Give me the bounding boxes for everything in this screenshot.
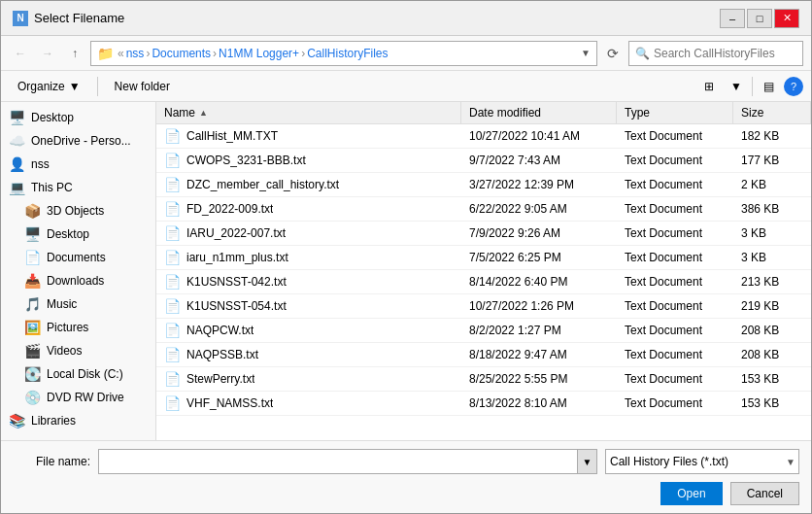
table-row[interactable]: 📄 K1USNSST-042.txt 8/14/2022 6:40 PM Tex… [156,270,811,294]
maximize-button[interactable]: □ [747,9,772,28]
col-type-header[interactable]: Type [617,102,733,123]
col-name-header[interactable]: Name ▲ [156,102,461,123]
filename-dropdown-button[interactable]: ▼ [577,450,596,473]
view-options-button[interactable]: ⊞ [697,75,721,98]
file-name: CWOPS_3231-BBB.txt [186,154,306,167]
table-row[interactable]: 📄 NAQPCW.txt 8/2/2022 1:27 PM Text Docum… [156,319,811,343]
breadcrumb[interactable]: 📁 « nss › Documents › N1MM Logger+ › Cal… [90,41,597,66]
sidebar-item-nss[interactable]: 👤nss [1,153,155,176]
file-icon: 📄 [164,153,181,168]
table-row[interactable]: 📄 iaru_n1mm_plus.txt 7/5/2022 6:25 PM Te… [156,246,811,270]
file-icon: 📄 [164,177,181,192]
sidebar-label-desktop2: Desktop [47,227,89,241]
file-date-cell: 7/5/2022 6:25 PM [461,246,617,269]
sidebar-item-desktop[interactable]: 🖥️Desktop [1,106,155,129]
sidebar-icon-videos: 🎬 [24,343,41,359]
table-row[interactable]: 📄 IARU_2022-007.txt 7/9/2022 9:26 AM Tex… [156,222,811,246]
sidebar-item-3d-objects[interactable]: 📦3D Objects [1,199,155,223]
open-button[interactable]: Open [660,482,722,505]
back-button[interactable]: ← [9,42,32,65]
view-dropdown-button[interactable]: ▼ [725,75,748,98]
search-box[interactable]: 🔍 [628,41,803,66]
preview-pane-button[interactable]: ▤ [757,75,780,98]
refresh-button[interactable]: ⟳ [601,42,625,65]
sidebar-item-this-pc[interactable]: 💻This PC [1,176,155,199]
sidebar-icon-documents: 📄 [24,250,41,265]
sidebar: 🖥️Desktop☁️OneDrive - Perso...👤nss💻This … [1,102,156,440]
cancel-button[interactable]: Cancel [730,482,799,505]
sidebar-icon-local-disk: 💽 [24,366,41,382]
sidebar-item-onedrive[interactable]: ☁️OneDrive - Perso... [1,129,155,153]
sidebar-item-documents[interactable]: 📄Documents [1,246,155,269]
file-name: DZC_member_call_history.txt [186,178,339,191]
breadcrumb-nss[interactable]: nss [126,47,145,60]
sidebar-icon-libraries: 📚 [9,413,25,428]
table-row[interactable]: 📄 CallHist_MM.TXT 10/27/2022 10:41 AM Te… [156,124,811,149]
file-date-cell: 8/2/2022 1:27 PM [461,319,617,342]
sidebar-item-local-disk[interactable]: 💽Local Disk (C:) [1,362,155,386]
file-type-cell: Text Document [617,392,733,415]
breadcrumb-callhistory[interactable]: CallHistoryFiles [307,47,388,60]
toolbar-separator [97,77,98,96]
file-name: CallHist_MM.TXT [186,129,278,143]
search-input[interactable] [654,47,799,60]
filename-input-wrapper[interactable]: ▼ [98,449,597,474]
sidebar-label-videos: Videos [47,344,82,358]
file-date-cell: 6/22/2022 9:05 AM [461,197,617,221]
breadcrumb-n1mm[interactable]: N1MM Logger+ [219,47,299,60]
file-size-cell: 3 KB [733,246,811,269]
new-folder-button[interactable]: New folder [106,77,179,96]
search-icon: 🔍 [635,47,650,60]
sidebar-item-videos[interactable]: 🎬Videos [1,339,155,362]
col-size-header[interactable]: Size [733,102,811,123]
up-button[interactable]: ↑ [63,42,86,65]
help-button[interactable]: ? [784,77,803,96]
table-row[interactable]: 📄 VHF_NAMSS.txt 8/13/2022 8:10 AM Text D… [156,392,811,416]
filetype-select[interactable]: Call History Files (*.txt) [605,449,799,474]
sidebar-item-pictures[interactable]: 🖼️Pictures [1,316,155,339]
sidebar-item-downloads[interactable]: 📥Downloads [1,269,155,292]
table-row[interactable]: 📄 StewPerry.txt 8/25/2022 5:55 PM Text D… [156,367,811,392]
file-list: Name ▲ Date modified Type Size 📄 CallHis… [156,102,811,440]
file-name: FD_2022-009.txt [186,202,273,216]
file-name: NAQPSSB.txt [186,348,258,361]
sidebar-label-this-pc: This PC [31,181,73,194]
minimize-button[interactable]: – [720,9,745,28]
sidebar-item-dvd-rw[interactable]: 💿DVD RW Drive [1,386,155,409]
file-icon: 📄 [164,298,181,314]
sidebar-icon-desktop2: 🖥️ [24,226,41,242]
table-row[interactable]: 📄 NAQPSSB.txt 8/18/2022 9:47 AM Text Doc… [156,343,811,367]
file-type-cell: Text Document [617,124,733,148]
filetype-wrapper[interactable]: Call History Files (*.txt) ▼ [605,449,799,474]
file-date-cell: 10/27/2022 1:26 PM [461,294,617,318]
file-type-cell: Text Document [617,246,733,269]
table-row[interactable]: 📄 K1USNSST-054.txt 10/27/2022 1:26 PM Te… [156,294,811,319]
sidebar-icon-music: 🎵 [24,296,41,312]
col-date-header[interactable]: Date modified [461,102,617,123]
file-name: NAQPCW.txt [186,324,254,337]
file-date-cell: 9/7/2022 7:43 AM [461,149,617,172]
table-row[interactable]: 📄 FD_2022-009.txt 6/22/2022 9:05 AM Text… [156,197,811,222]
sidebar-item-music[interactable]: 🎵Music [1,292,155,316]
forward-button[interactable]: → [36,42,59,65]
filename-input[interactable] [99,455,577,468]
sort-icon: ▲ [199,108,208,118]
breadcrumb-documents[interactable]: Documents [152,47,211,60]
close-button[interactable]: ✕ [774,9,799,28]
file-icon: 📄 [164,274,181,290]
organize-button[interactable]: Organize ▼ [9,77,89,96]
sidebar-label-pictures: Pictures [47,321,88,334]
file-type-cell: Text Document [617,270,733,293]
sidebar-item-libraries[interactable]: 📚Libraries [1,409,155,432]
table-row[interactable]: 📄 DZC_member_call_history.txt 3/27/2022 … [156,173,811,197]
file-date-cell: 8/14/2022 6:40 PM [461,270,617,293]
table-row[interactable]: 📄 CWOPS_3231-BBB.txt 9/7/2022 7:43 AM Te… [156,149,811,173]
sidebar-icon-pictures: 🖼️ [24,320,41,335]
file-name-cell: 📄 K1USNSST-042.txt [156,270,461,293]
file-type-cell: Text Document [617,294,733,318]
file-size-cell: 386 KB [733,197,811,221]
title-bar-left: N Select Filename [13,11,124,26]
sidebar-item-desktop2[interactable]: 🖥️Desktop [1,223,155,246]
file-size-cell: 2 KB [733,173,811,196]
file-date-cell: 8/25/2022 5:55 PM [461,367,617,391]
